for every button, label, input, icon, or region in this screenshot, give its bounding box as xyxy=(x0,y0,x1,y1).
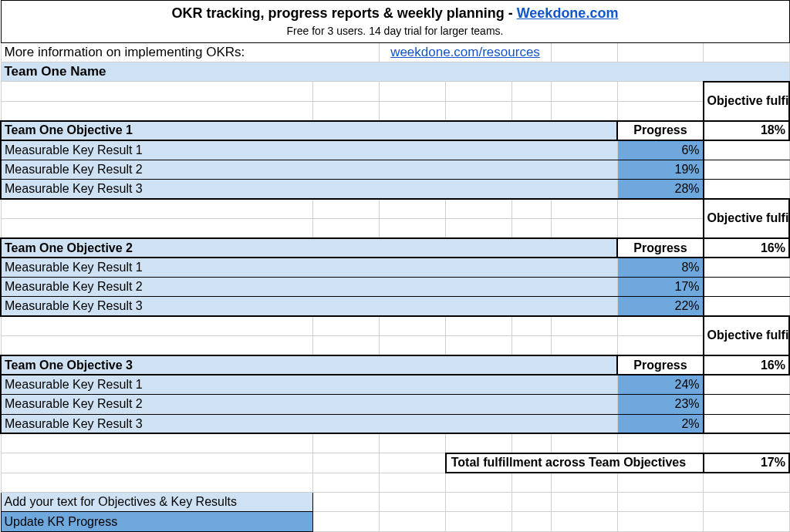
objective-name[interactable]: Team One Objective 3 xyxy=(1,355,617,375)
key-result-value[interactable]: 2% xyxy=(617,414,703,433)
progress-label: Progress xyxy=(617,355,703,375)
key-result-value[interactable]: 28% xyxy=(617,180,703,199)
okr-spreadsheet[interactable]: OKR tracking, progress reports & weekly … xyxy=(0,0,790,532)
objective-fulfillment-header: Objective fulfillment xyxy=(704,199,789,238)
objective-fulfillment-value: 16% xyxy=(704,355,789,375)
objective-fulfillment-header: Objective fulfillment xyxy=(704,316,789,355)
key-result-value[interactable]: 8% xyxy=(617,258,703,277)
progress-label: Progress xyxy=(617,121,703,140)
key-result-value[interactable]: 17% xyxy=(617,278,703,297)
info-link[interactable]: weekdone.com/resources xyxy=(390,45,540,59)
key-result-name[interactable]: Measurable Key Result 3 xyxy=(1,414,617,433)
objective-fulfillment-value: 16% xyxy=(704,238,789,258)
key-result-value[interactable]: 19% xyxy=(617,160,703,179)
legend-objectives: Add your text for Objectives & Key Resul… xyxy=(1,493,313,512)
total-fulfillment-value: 17% xyxy=(704,453,789,473)
key-result-value[interactable]: 22% xyxy=(617,297,703,316)
key-result-name[interactable]: Measurable Key Result 3 xyxy=(1,297,617,316)
total-fulfillment-label: Total fulfillment across Team Objectives xyxy=(446,453,704,473)
key-result-value[interactable]: 24% xyxy=(617,375,703,394)
key-result-name[interactable]: Measurable Key Result 3 xyxy=(1,180,617,199)
objective-name[interactable]: Team One Objective 2 xyxy=(1,238,617,258)
key-result-value[interactable]: 6% xyxy=(617,140,703,160)
title-prefix: OKR tracking, progress reports & weekly … xyxy=(172,5,517,21)
info-label: More information on implementing OKRs: xyxy=(1,42,380,62)
key-result-name[interactable]: Measurable Key Result 1 xyxy=(1,140,617,160)
sheet-title: OKR tracking, progress reports & weekly … xyxy=(1,1,789,23)
progress-label: Progress xyxy=(617,238,703,258)
key-result-name[interactable]: Measurable Key Result 2 xyxy=(1,160,617,179)
objective-fulfillment-header: Objective fulfillment xyxy=(704,82,789,121)
title-link[interactable]: Weekdone.com xyxy=(517,5,619,21)
objective-name[interactable]: Team One Objective 1 xyxy=(1,121,617,140)
legend-progress: Update KR Progress xyxy=(1,512,313,532)
key-result-name[interactable]: Measurable Key Result 2 xyxy=(1,395,617,414)
sheet-subtitle: Free for 3 users. 14 day trial for large… xyxy=(1,23,789,42)
key-result-name[interactable]: Measurable Key Result 2 xyxy=(1,278,617,297)
key-result-name[interactable]: Measurable Key Result 1 xyxy=(1,258,617,277)
objective-fulfillment-value: 18% xyxy=(704,121,789,140)
key-result-name[interactable]: Measurable Key Result 1 xyxy=(1,375,617,394)
team-name[interactable]: Team One Name xyxy=(1,62,789,82)
key-result-value[interactable]: 23% xyxy=(617,395,703,414)
